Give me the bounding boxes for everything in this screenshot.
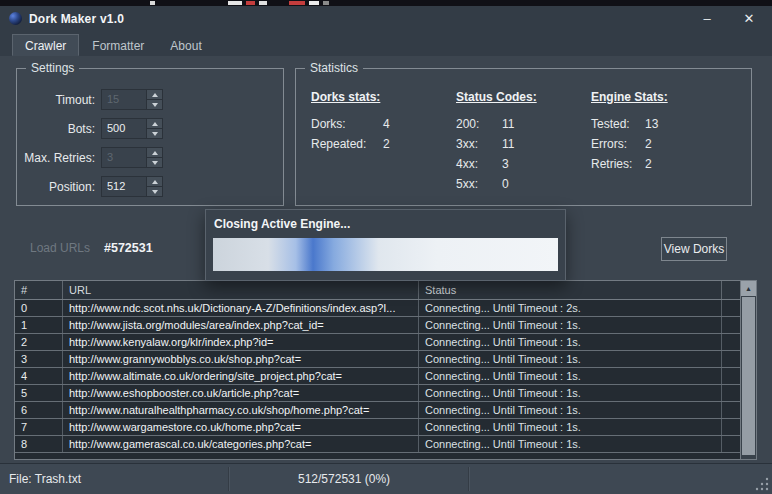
statusbar-separator [228,467,229,491]
cell-spare [722,368,740,384]
tab-crawler[interactable]: Crawler [12,34,79,56]
stat-value: 4 [383,117,390,131]
cell-spare [722,436,740,452]
cell-num: 1 [15,317,63,333]
table-row[interactable]: 2 http://www.kenyalaw.org/klr/index.php?… [15,334,756,351]
close-button[interactable]: ✕ [732,6,766,31]
stat-label: Tested: [591,114,645,134]
app-window: Dork Maker v1.0 – ✕ Crawler Formatter Ab… [0,0,772,494]
table-row[interactable]: 7 http://www.wargamestore.co.uk/home.php… [15,419,756,436]
bots-label: Bots: [17,122,95,136]
down-arrow-icon [152,132,158,136]
cell-url: http://www.ndc.scot.nhs.uk/Dictionary-A-… [63,300,419,316]
up-arrow-icon [152,151,158,155]
bots-spinner[interactable]: 500 [101,118,163,139]
stat-label: 4xx: [456,154,502,174]
down-arrow-icon [152,103,158,107]
spin-down-button[interactable] [146,186,162,196]
stat-value: 11 [502,137,514,151]
cell-num: 6 [15,402,63,418]
cell-num: 4 [15,368,63,384]
minimize-button[interactable]: – [690,6,724,31]
stat-row: Tested:13 [591,114,668,134]
stat-row: Retries:2 [591,154,668,174]
max-retries-spinner[interactable]: 3 [101,147,163,168]
cell-num: 5 [15,385,63,401]
spin-up-button[interactable] [146,119,162,128]
spin-down-button[interactable] [146,157,162,167]
statistics-group: Statistics Dorks stats: Dorks:4 Repeated… [295,68,752,206]
bots-row: Bots: 500 [17,118,283,140]
settings-group: Settings Timout: 15 Bots: 500 [16,68,284,206]
cell-spare [722,317,740,333]
table-row[interactable]: 1 http://www.jista.org/modules/area/inde… [15,317,756,334]
cell-spare [722,334,740,350]
window-title: Dork Maker v1.0 [29,12,124,26]
spinner-value: 15 [107,93,119,105]
table-row[interactable]: 5 http://www.eshopbooster.co.uk/article.… [15,385,756,402]
statistics-legend: Statistics [305,61,363,75]
spinner-buttons [146,119,162,138]
cell-url: http://www.jista.org/modules/area/index.… [63,317,419,333]
spin-down-button[interactable] [146,99,162,109]
background-window-fragment [259,1,267,5]
spin-up-button[interactable] [146,177,162,186]
spin-up-button[interactable] [146,90,162,99]
table-header: # URL Status [15,281,756,300]
engine-stats-column: Engine Stats: Tested:13 Errors:2 Retries… [591,89,668,174]
column-header-spare [722,281,740,299]
background-window-fragment [246,1,255,5]
settings-legend: Settings [26,61,79,75]
cell-spare [722,351,740,367]
stat-value: 2 [645,157,652,171]
stat-value: 13 [645,117,658,131]
status-codes-column: Status Codes: 200:11 3xx:11 4xx:3 5xx:0 [456,89,537,194]
table-row[interactable]: 0 http://www.ndc.scot.nhs.uk/Dictionary-… [15,300,756,317]
resize-grip[interactable] [755,477,769,491]
table-row[interactable]: 3 http://www.grannywobblys.co.uk/shop.ph… [15,351,756,368]
cell-url: http://www.grannywobblys.co.uk/shop.php?… [63,351,419,367]
cell-spare [722,402,740,418]
status-codes-header: Status Codes: [456,89,537,105]
closing-dialog-title: Closing Active Engine... [214,217,350,231]
background-window-fragment [309,1,319,5]
timout-row: Timout: 15 [17,89,283,111]
spinner-value: 500 [107,122,125,134]
position-spinner[interactable]: 512 [101,176,163,197]
stat-label: Repeated: [311,134,383,154]
position-row: Position: 512 [17,176,283,198]
cell-status: Connecting... Until Timeout : 1s. [419,334,722,350]
cell-status: Connecting... Until Timeout : 1s. [419,351,722,367]
tab-about[interactable]: About [157,34,214,56]
table-row[interactable]: 6 http://www.naturalhealthpharmacy.co.uk… [15,402,756,419]
spinner-value: 512 [107,180,125,192]
cell-url: http://www.eshopbooster.co.uk/article.ph… [63,385,419,401]
spinner-buttons [146,90,162,109]
table-row[interactable]: 4 http://www.altimate.co.uk/ordering/sit… [15,368,756,385]
down-arrow-icon [152,190,158,194]
stat-label: 200: [456,114,502,134]
background-window-fragment [289,1,305,5]
stat-value: 2 [645,137,652,151]
load-urls-button[interactable]: Load URLs [30,241,90,255]
timout-spinner[interactable]: 15 [101,89,163,110]
tab-formatter[interactable]: Formatter [79,34,157,56]
view-dorks-button[interactable]: View Dorks [661,237,727,261]
scroll-up-button[interactable]: ▲ [741,281,756,296]
max-retries-row: Max. Retries: 3 [17,147,283,169]
stat-label: Errors: [591,134,645,154]
url-count-label: #572531 [104,241,153,255]
dorks-stats-header: Dorks stats: [311,89,390,105]
spin-down-button[interactable] [146,128,162,138]
timout-label: Timout: [17,93,95,107]
table-row[interactable]: 8 http://www.gamerascal.co.uk/categories… [15,436,756,453]
progress-label: 512/572531 (0%) [298,472,390,486]
stat-row: Dorks:4 [311,114,390,134]
stat-value: 2 [383,137,390,151]
up-arrow-icon [152,180,158,184]
scrollbar-thumb[interactable] [742,297,755,455]
spin-up-button[interactable] [146,148,162,157]
table-scrollbar[interactable]: ▲ [740,281,756,459]
cell-url: http://www.altimate.co.uk/ordering/site_… [63,368,419,384]
column-header-num: # [15,281,63,299]
